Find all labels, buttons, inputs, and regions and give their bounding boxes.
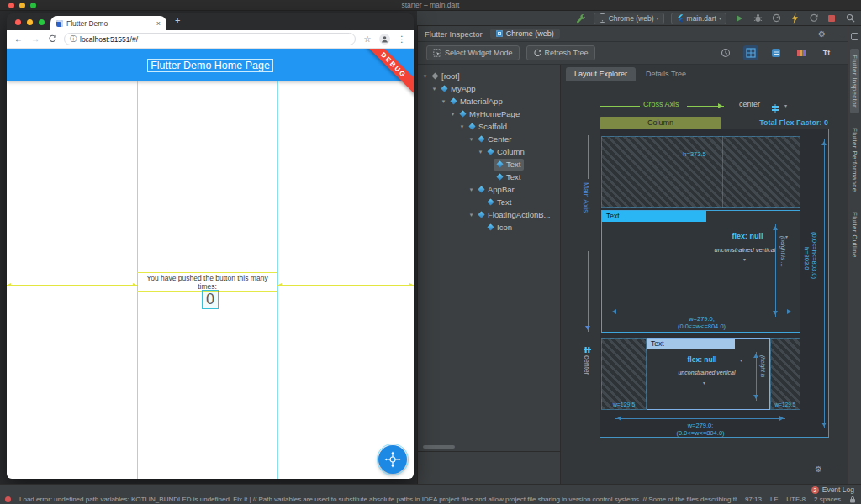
tree-node-appbar[interactable]: ▾AppBar [418,183,560,196]
file-encoding[interactable]: UTF-8 [786,496,806,503]
minimize-panel-icon[interactable]: — [831,465,839,474]
event-log-group: 2 Event Log [811,486,854,494]
chevron-down-icon[interactable]: ▾ [467,136,475,143]
tree-node-scaffold[interactable]: ▾Scaffold [418,120,560,133]
device-selector-label: Chrome (web) [609,14,654,23]
reload-button[interactable] [47,34,57,45]
minimize-panel-icon[interactable]: — [833,29,841,38]
child1-width-constraint: (0.0<=w<=804.0) [602,323,801,330]
chevron-down-icon[interactable]: ▾ [743,256,746,262]
tab-layout-explorer[interactable]: Layout Explorer [566,67,636,81]
chevron-down-icon[interactable]: ▾ [430,86,438,92]
child2-fit-value[interactable]: unconstrained vertical [654,370,759,375]
browser-menu-icon[interactable]: ⋮ [397,34,407,44]
close-window-button[interactable] [15,19,21,25]
alignment-arrow-right [277,285,414,286]
tree-node-label: Text [506,172,520,181]
child2-height-note: (height is [760,355,766,404]
address-bar[interactable]: ⓘ localhost:51551/#/ [64,33,356,45]
tree-node-center[interactable]: ▾Center [418,133,560,145]
chevron-down-icon[interactable]: ▾ [421,73,429,80]
inspector-toggles: Tt [718,45,834,60]
device-selector[interactable]: Chrome (web) ▾ [594,13,664,24]
tree-node-text[interactable]: Text [418,171,560,183]
profile-avatar[interactable] [379,34,390,45]
chevron-down-icon[interactable]: ▾ [740,357,742,363]
tree-node-icon[interactable]: Icon [418,221,560,234]
build-wrench-icon[interactable] [575,13,587,24]
child2-widget-name: Text [647,339,735,349]
run-config-selector[interactable]: main.dart ▾ [671,13,726,24]
layout-canvas: Cross Axis center ▾ Column Total Flex Fa… [561,81,848,484]
bookmark-star-icon[interactable]: ☆ [362,34,372,44]
show-guidelines-icon[interactable] [743,45,758,60]
zoom-window-button[interactable] [39,19,45,25]
highlight-images-icon[interactable] [794,45,809,60]
status-message[interactable]: Load error: undefined path variables: KO… [19,496,737,503]
forward-button[interactable]: → [30,34,40,44]
indent-style[interactable]: 2 spaces [814,496,841,503]
chevron-down-icon[interactable]: ▾ [703,380,705,386]
free-space-right: w=129.5 [770,338,800,410]
chevron-down-icon[interactable]: ▾ [440,98,447,105]
tree-node-text[interactable]: Text [418,196,560,208]
stripe-flutter-outline[interactable]: Flutter Outline [850,206,859,264]
flex-child-text-2[interactable]: Text flex: null ▾ unconstrained vertical… [647,338,770,410]
refresh-tree-button[interactable]: Refresh Tree [526,45,595,60]
line-separator[interactable]: LF [770,496,778,503]
browser-tab[interactable]: Flutter Demo × [50,16,166,30]
hot-reload-button[interactable] [789,13,800,24]
run-button[interactable] [733,13,745,24]
tree-node-root[interactable]: ▾[root] [418,70,560,82]
back-button[interactable]: ← [13,34,24,44]
tree-node-materialapp[interactable]: ▾MaterialApp [418,95,560,108]
tab-chrome-web[interactable]: Chrome (web) [490,29,560,39]
device-icon [599,13,606,23]
tab-details-tree[interactable]: Details Tree [637,67,695,81]
tree-node-text[interactable]: Text [418,158,560,171]
stop-button[interactable] [826,13,837,24]
chevron-down-icon[interactable]: ▾ [784,102,787,108]
tool-window-icon[interactable] [851,33,858,40]
child2-flex-value[interactable]: flex: null [666,355,738,364]
slow-animations-icon[interactable] [718,45,733,60]
new-tab-button[interactable]: + [175,15,180,25]
child1-widget-name: Text [602,211,706,222]
gear-icon[interactable]: ⚙ [818,29,826,39]
hot-restart-button[interactable] [807,13,819,24]
stripe-flutter-inspector[interactable]: Flutter Inspector [850,49,859,113]
browser-toolbar: ← → ⓘ localhost:51551/#/ ☆ ⋮ [7,30,414,49]
minimize-window-button[interactable] [27,19,33,25]
cross-axis-alignment-value[interactable]: center [739,100,760,108]
chevron-down-icon[interactable]: ▾ [467,212,475,218]
select-widget-mode-button[interactable]: Select Widget Mode [426,45,520,60]
tree-node-column[interactable]: ▾Column [418,145,560,158]
tree-node-floatingactionb[interactable]: ▾FloatingActionB... [418,208,560,221]
profile-button[interactable] [770,13,782,24]
tree-node-myapp[interactable]: ▾MyApp [418,82,560,95]
main-axis-alignment-value[interactable]: center [583,355,591,397]
chevron-down-icon[interactable]: ▾ [449,111,457,118]
tree-node-label: MyApp [451,84,476,93]
widget-icon [487,148,494,155]
tree-node-myhomepage[interactable]: ▾MyHomePage [418,108,560,120]
child1-flex-value[interactable]: flex: null [711,232,784,240]
gear-icon[interactable]: ⚙ [815,465,822,474]
stripe-flutter-performance[interactable]: Flutter Performance [850,122,859,197]
text-scale-icon[interactable]: Tt [819,45,834,60]
chevron-down-icon[interactable]: ▾ [467,186,475,193]
floating-action-button[interactable] [378,445,407,474]
readonly-lock-icon[interactable] [849,491,856,504]
search-everywhere-icon[interactable] [844,13,856,24]
site-info-icon[interactable]: ⓘ [70,34,77,44]
flex-child-text-1[interactable]: Text flex: null ▾ unconstrained vertical… [601,210,800,333]
debug-button[interactable] [752,13,763,24]
run-toolbar: Chrome (web) ▾ main.dart ▾ [417,11,861,25]
chevron-down-icon[interactable]: ▾ [458,123,466,130]
tree-scrollbar-thumb[interactable] [423,445,455,449]
chevron-down-icon[interactable]: ▾ [477,149,484,155]
tree-node-content: [root] [429,71,463,82]
close-tab-icon[interactable]: × [156,19,161,28]
show-baselines-icon[interactable] [769,45,784,60]
caret-position[interactable]: 97:13 [745,496,762,503]
